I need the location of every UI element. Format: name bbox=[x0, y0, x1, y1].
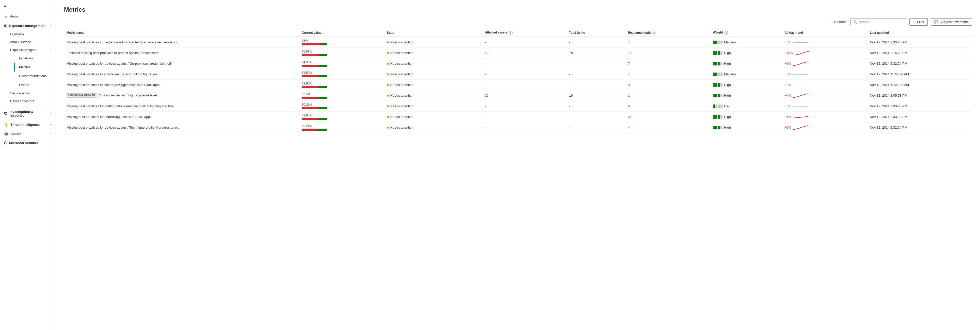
state-label: Needs attention bbox=[390, 62, 414, 65]
metric-name-text[interactable]: Missing best practices for devices again… bbox=[67, 62, 172, 65]
trend-chart bbox=[795, 51, 810, 56]
sidebar-item-exposure-insights[interactable]: Exposure insights › bbox=[10, 46, 56, 54]
weight-bars bbox=[713, 94, 722, 97]
progress-container: 60.35% bbox=[302, 103, 382, 109]
weight-bar bbox=[713, 73, 715, 76]
sidebar-item-metrics[interactable]: Metrics bbox=[14, 63, 56, 71]
recommendations-link[interactable]: 9 bbox=[628, 83, 630, 87]
sidebar-section-exposure-management[interactable]: ◎ Exposure management › bbox=[0, 21, 56, 30]
td-recommendations: 9 bbox=[625, 79, 711, 90]
last-updated-value: Nov 12, 2024 1:05:53 PM bbox=[870, 94, 907, 97]
recommendations-link[interactable]: 7 bbox=[628, 72, 630, 76]
affected-assets-link[interactable]: 52 bbox=[485, 51, 488, 55]
td-last-updated: Nov 12, 2024 1:05:53 PM bbox=[867, 90, 972, 101]
weight-bar bbox=[721, 126, 722, 129]
sidebar-item-attack-surface[interactable]: Attack surface › bbox=[10, 38, 56, 46]
affected-assets-info-icon[interactable]: i bbox=[509, 31, 512, 35]
state-dot bbox=[387, 105, 389, 107]
sidebar-section-sentinel[interactable]: ⬡ Microsoft Sentinel › bbox=[0, 138, 56, 148]
trend-pct: +4% bbox=[785, 94, 791, 97]
progress-green-fill bbox=[321, 43, 327, 45]
progress-green-fill bbox=[318, 75, 327, 77]
table-row: Missing best practices for configuration… bbox=[64, 101, 972, 112]
metric-name-text[interactable]: Missing best practices for controlling a… bbox=[67, 115, 152, 119]
weight-container: High bbox=[713, 51, 780, 55]
sidebar-section-label: Threat intelligence bbox=[10, 123, 40, 127]
td-total-items: - bbox=[566, 112, 625, 122]
total-items-value: - bbox=[569, 40, 570, 44]
recommendations-link[interactable]: 1 bbox=[628, 94, 630, 97]
trend-chart bbox=[793, 93, 808, 98]
metric-name-text[interactable]: Essential missing best practices to prot… bbox=[67, 51, 159, 55]
weight-info-icon[interactable]: i bbox=[724, 31, 728, 35]
sidebar-item-secure-score[interactable]: Secure score bbox=[10, 89, 56, 97]
sidebar-item-home[interactable]: ⌂ Home bbox=[0, 12, 56, 21]
sidebar-item-label: Recommendations bbox=[19, 74, 46, 78]
metric-name-text[interactable]: Missing best practices to secure privile… bbox=[67, 83, 160, 87]
td-recommendations: 7 bbox=[625, 58, 711, 69]
sidebar-item-events[interactable]: Events bbox=[14, 80, 56, 89]
metric-name-text[interactable]: Missing best practices for devices again… bbox=[67, 125, 181, 129]
weight-bar bbox=[713, 62, 715, 65]
td-weight: High bbox=[710, 112, 783, 122]
progress-green-fill bbox=[319, 54, 327, 56]
sidebar-item-overview[interactable]: Overview bbox=[10, 30, 56, 38]
filter-button[interactable]: ⊟ Filter bbox=[909, 18, 928, 25]
sidebar-item-recommendations[interactable]: Recommendations bbox=[14, 71, 56, 80]
suggest-button[interactable]: 💬 Suggest new metric bbox=[931, 18, 972, 25]
state-badge: Needs attention bbox=[387, 104, 480, 108]
progress-green-fill bbox=[318, 65, 327, 67]
metric-name-text[interactable]: Critical devices with high exposure leve… bbox=[99, 94, 157, 97]
sidebar-section-threat-intelligence[interactable]: 💡 Threat intelligence › bbox=[0, 120, 56, 129]
td-trend: +1% bbox=[783, 112, 867, 122]
state-dot bbox=[387, 63, 389, 65]
recommendations-link[interactable]: 39 bbox=[628, 115, 632, 119]
sidebar-item-initiatives[interactable]: Initiatives bbox=[14, 54, 56, 63]
metric-name-text[interactable]: Missing best practices in Exchange Admin… bbox=[67, 40, 180, 44]
weight-container: Medium bbox=[713, 72, 780, 76]
progress-container: 62.96% bbox=[302, 82, 382, 88]
table-row: UPCOMING UPDATECritical devices with hig… bbox=[64, 90, 972, 101]
sidebar-item-data-connectors[interactable]: Data connectors bbox=[10, 97, 56, 105]
affected-assets-link[interactable]: 10 bbox=[485, 94, 488, 97]
td-total-items: 16 bbox=[566, 90, 625, 101]
recommendations-link[interactable]: 7 bbox=[628, 40, 630, 44]
sidebar-section-investigation[interactable]: 🛡 Investigation & response › bbox=[0, 107, 56, 120]
total-items-value: - bbox=[569, 83, 570, 87]
table-header: Metric name Current value ↓ State Affect… bbox=[64, 29, 972, 37]
recommendations-link[interactable]: 7 bbox=[628, 62, 630, 65]
progress-label: 76% bbox=[302, 39, 382, 43]
metric-name-text[interactable]: Missing best practices to ensure secure … bbox=[67, 72, 157, 76]
td-state: Needs attention bbox=[384, 37, 482, 48]
trend-container: +1% bbox=[785, 114, 865, 119]
progress-green-fill bbox=[317, 118, 327, 120]
state-label: Needs attention bbox=[390, 125, 414, 129]
state-label: Needs attention bbox=[390, 40, 414, 44]
td-recommendations: 7 bbox=[625, 37, 711, 48]
recommendations-link[interactable]: 9 bbox=[628, 104, 630, 108]
td-last-updated: Nov 12, 2024 2:33:20 PM bbox=[867, 37, 972, 48]
metric-name-text[interactable]: Missing best practices for configuration… bbox=[67, 104, 177, 108]
search-icon: 🔍 bbox=[853, 20, 858, 24]
sidebar-section-label: Investigation & response bbox=[10, 110, 49, 117]
sort-down-icon: ↓ bbox=[323, 32, 324, 34]
recommendations-link[interactable]: 4 bbox=[628, 125, 630, 129]
affected-assets-value: - bbox=[485, 104, 486, 108]
recommendations-link[interactable]: 10 bbox=[628, 51, 632, 55]
td-affected-assets: - bbox=[482, 69, 566, 79]
investigation-icon: 🛡 bbox=[4, 112, 8, 116]
weight-label: High bbox=[724, 115, 731, 119]
progress-bar bbox=[302, 118, 327, 120]
sidebar-section-assets[interactable]: 📦 Assets › bbox=[0, 129, 56, 138]
weight-label: Low bbox=[724, 104, 730, 108]
trend-chart bbox=[793, 114, 808, 119]
chevron-down-icon: › bbox=[50, 49, 52, 50]
progress-red-fill bbox=[302, 54, 319, 56]
weight-bars bbox=[713, 41, 722, 44]
search-box[interactable]: 🔍 bbox=[851, 19, 906, 25]
hamburger-icon[interactable]: ≡ bbox=[0, 0, 56, 12]
trend-pct: +10% bbox=[785, 51, 793, 55]
weight-bars bbox=[713, 126, 722, 129]
col-header-current-value[interactable]: Current value ↓ bbox=[299, 29, 384, 37]
search-input[interactable] bbox=[859, 20, 904, 24]
